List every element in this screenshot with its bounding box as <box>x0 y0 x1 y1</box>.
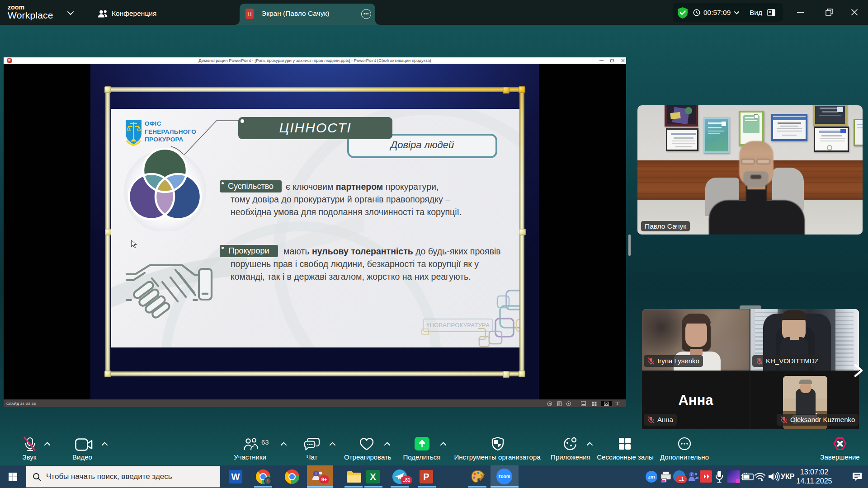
svg-text:T: T <box>691 473 693 477</box>
svg-text:T: T <box>315 472 317 476</box>
